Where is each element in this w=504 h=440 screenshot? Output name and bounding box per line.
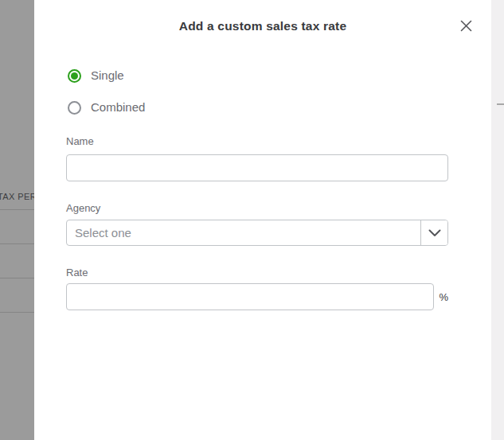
radio-label-single: Single (91, 68, 124, 84)
background-page-right (491, 0, 504, 440)
radio-label-combined: Combined (91, 99, 145, 115)
background-table-row-divider (0, 312, 34, 313)
name-input[interactable] (66, 154, 448, 181)
name-field: Name (66, 135, 448, 181)
name-label: Name (66, 135, 448, 148)
rate-field: Rate % (66, 267, 448, 310)
form-fields: Name Agency Select one R (66, 135, 448, 310)
background-divider-dash (497, 103, 504, 105)
agency-select[interactable]: Select one (66, 220, 448, 246)
close-button[interactable] (456, 16, 475, 35)
background-table-row-divider (0, 278, 34, 278)
percent-suffix: % (439, 291, 448, 303)
background-column-header: TAX PER (0, 192, 34, 201)
agency-select-placeholder: Select one (67, 220, 420, 245)
radio-button-single[interactable] (68, 69, 81, 83)
rate-label: Rate (66, 267, 448, 279)
tax-type-radio-group: Single Combined (66, 68, 448, 115)
single-radio-option[interactable]: Single (68, 68, 448, 84)
dialog-title: Add a custom sales tax rate (34, 18, 491, 34)
rate-input[interactable] (66, 283, 434, 310)
radio-button-combined[interactable] (68, 101, 81, 115)
background-table-row-divider (0, 243, 34, 244)
agency-label: Agency (66, 202, 448, 215)
close-icon (459, 19, 473, 33)
combined-radio-option[interactable]: Combined (68, 99, 448, 115)
background-table-row-divider (0, 209, 34, 210)
dialog-body: Single Combined Name Agency Select one (34, 68, 491, 310)
agency-dropdown-button[interactable] (420, 220, 447, 245)
screen: TAX PER Add a custom sales tax rate Sing (0, 0, 504, 440)
chevron-down-icon (428, 229, 441, 237)
rate-input-row: % (66, 279, 448, 310)
background-page-overlay: TAX PER (0, 0, 34, 440)
dialog-header: Add a custom sales tax rate (34, 2, 491, 34)
agency-field: Agency Select one (66, 202, 448, 246)
add-custom-sales-tax-rate-dialog: Add a custom sales tax rate Single Combi… (34, 2, 491, 440)
